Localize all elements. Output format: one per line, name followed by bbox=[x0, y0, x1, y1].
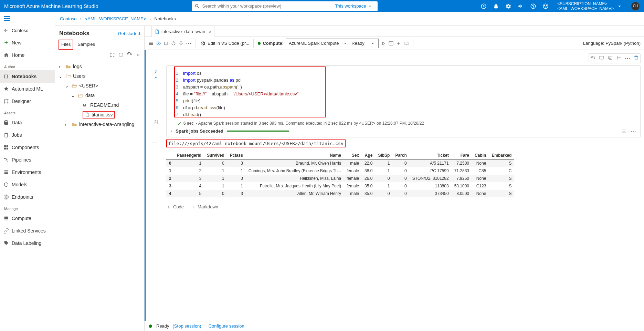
nav-components[interactable]: Components bbox=[0, 141, 55, 154]
cell-index: [1] bbox=[154, 119, 158, 124]
list-icon[interactable] bbox=[621, 128, 626, 134]
clear-icon[interactable] bbox=[178, 41, 184, 46]
status-bar: Ready (Stop session) Configure session bbox=[145, 321, 644, 331]
notebook-area: interactive_data_wran × ⋯ Edit in VS Cod… bbox=[145, 26, 644, 331]
variables-icon[interactable] bbox=[599, 55, 604, 60]
restart-icon[interactable] bbox=[171, 41, 176, 46]
nav-new[interactable]: New bbox=[0, 37, 55, 49]
code-editor[interactable]: 1import os 2import pyspark.pandas as pd … bbox=[166, 65, 641, 137]
output-path: file:///synfs/42/aml_notebook_mount/User… bbox=[166, 139, 346, 147]
nav-section-author: Author bbox=[0, 63, 55, 70]
nav-labeling[interactable]: Data Labeling bbox=[0, 237, 55, 249]
tree-user[interactable]: ⌄<USER> bbox=[55, 81, 144, 91]
stop-icon[interactable] bbox=[163, 41, 169, 46]
nav-jobs[interactable]: Jobs bbox=[0, 129, 55, 141]
collapse-icon[interactable] bbox=[136, 52, 141, 58]
files-heading: Notebooks bbox=[59, 30, 89, 37]
tab-files[interactable]: Files bbox=[59, 40, 73, 50]
help-icon[interactable] bbox=[530, 3, 536, 9]
breadcrumb: Contoso› <AML_WORKSPACE_NAME>› Notebooks bbox=[55, 12, 644, 26]
search-scope[interactable]: This workspace bbox=[335, 3, 375, 9]
cell-chevron-icon[interactable] bbox=[154, 75, 158, 80]
nav-data[interactable]: Data bbox=[0, 116, 55, 129]
tree-readme[interactable]: M↓README.md bbox=[55, 100, 144, 110]
spark-more-icon[interactable]: ⋯ bbox=[631, 128, 636, 134]
avatar[interactable]: CU bbox=[631, 2, 640, 11]
code-cell: [1] 1import os 2import pyspark.pandas as… bbox=[149, 65, 641, 137]
tree-users[interactable]: ⌄Users bbox=[55, 71, 144, 81]
cell-more-icon[interactable]: ⋯ bbox=[625, 55, 630, 62]
add-code-button[interactable]: Code bbox=[166, 204, 184, 209]
stop-session-link[interactable]: (Stop session) bbox=[173, 323, 201, 329]
md-toggle[interactable]: M↓ bbox=[590, 55, 595, 62]
nav-notebooks[interactable]: Notebooks bbox=[0, 70, 55, 83]
nav-endpoints[interactable]: Endpoints bbox=[0, 191, 55, 203]
tree-logs[interactable]: ›logs bbox=[55, 62, 144, 71]
menu-icon[interactable] bbox=[148, 41, 154, 46]
focus-icon[interactable] bbox=[110, 52, 115, 58]
chevron-down-icon bbox=[370, 41, 376, 46]
plus-icon[interactable] bbox=[396, 41, 401, 46]
svg-rect-5 bbox=[609, 57, 612, 60]
add-icon[interactable] bbox=[118, 52, 124, 58]
run-all-icon[interactable] bbox=[156, 41, 161, 46]
tree-data[interactable]: ⌄data bbox=[55, 91, 144, 100]
nav-designer[interactable]: Designer bbox=[0, 95, 55, 107]
tree-titanic[interactable]: titanic.csv bbox=[55, 110, 144, 120]
hamburger-icon[interactable] bbox=[0, 14, 55, 24]
bell-icon[interactable] bbox=[493, 3, 499, 9]
gear-icon[interactable] bbox=[505, 3, 511, 9]
nav-automl[interactable]: Automated ML bbox=[0, 83, 55, 95]
configure-session-link[interactable]: Configure session bbox=[209, 323, 244, 329]
left-nav: Contoso New Home Author Notebooks Automa… bbox=[0, 12, 55, 331]
clock-icon[interactable] bbox=[481, 3, 487, 9]
compute-select[interactable]: AzureML Spark Compute-Ready bbox=[286, 39, 379, 48]
delete-icon[interactable] bbox=[634, 55, 639, 60]
svg-point-7 bbox=[149, 324, 152, 328]
nav-environments[interactable]: Environments bbox=[0, 166, 55, 178]
search-icon bbox=[194, 3, 200, 9]
compute-status-dot bbox=[258, 42, 261, 45]
file-tree: ›logs ⌄Users ⌄<USER> ⌄data M↓README.md t… bbox=[55, 60, 144, 131]
get-started-link[interactable]: Get started bbox=[118, 31, 140, 36]
nav-home[interactable]: Home bbox=[0, 49, 55, 61]
spark-status: Spark jobs Succeeded bbox=[176, 128, 223, 134]
check-icon bbox=[177, 121, 181, 126]
nav-compute[interactable]: Compute bbox=[0, 212, 55, 225]
status-ready: Ready bbox=[156, 323, 169, 329]
nav-models[interactable]: Models bbox=[0, 178, 55, 191]
crumb-contoso[interactable]: Contoso bbox=[60, 16, 76, 21]
nav-linked[interactable]: Linked Services bbox=[0, 225, 55, 237]
crumb-notebooks: Notebooks bbox=[155, 16, 176, 21]
run-icon[interactable] bbox=[381, 41, 386, 46]
copy-icon[interactable] bbox=[608, 55, 613, 60]
split-icon[interactable] bbox=[616, 55, 621, 60]
smile-icon[interactable] bbox=[542, 3, 549, 9]
notebook-icon bbox=[155, 29, 159, 34]
tab-samples[interactable]: Samples bbox=[75, 40, 98, 50]
close-icon[interactable]: × bbox=[209, 29, 211, 34]
run-cell-icon[interactable] bbox=[154, 69, 158, 74]
status-dot-icon bbox=[148, 324, 153, 329]
dataframe-table: PassengerIdSurvivedPclassNameSexAgeSibSp… bbox=[166, 152, 514, 197]
add-markdown-button[interactable]: Markdown bbox=[191, 204, 218, 209]
output-more-icon[interactable]: ⋯ bbox=[152, 139, 158, 146]
search-input[interactable] bbox=[202, 3, 335, 9]
search-box[interactable]: This workspace bbox=[192, 1, 378, 11]
notebook-tab[interactable]: interactive_data_wran × bbox=[151, 26, 214, 37]
crumb-workspace[interactable]: <AML_WORKSPACE_NAME> bbox=[85, 16, 146, 21]
subscription-info[interactable]: <SUBSCRIPTION_NAME> <AML_WORKSPACE_NAME> bbox=[555, 1, 625, 11]
nav-back[interactable]: Contoso bbox=[0, 24, 55, 37]
spark-chevron[interactable]: › bbox=[171, 128, 172, 134]
language-label[interactable]: Language: PySpark (Python) bbox=[583, 41, 641, 46]
edit-vscode[interactable]: Edit in VS Code (pr... bbox=[208, 41, 249, 46]
link-compute-icon[interactable] bbox=[403, 41, 409, 46]
terminal-icon[interactable] bbox=[388, 41, 394, 46]
nav-pipelines[interactable]: Pipelines bbox=[0, 154, 55, 166]
megaphone-icon[interactable] bbox=[518, 3, 524, 9]
svg-rect-2 bbox=[389, 41, 393, 45]
refresh-icon[interactable] bbox=[127, 52, 132, 58]
svg-rect-6 bbox=[609, 56, 611, 59]
tree-idw[interactable]: ›interactive-data-wrangling bbox=[55, 120, 144, 129]
more-icon[interactable]: ⋯ bbox=[186, 40, 191, 46]
